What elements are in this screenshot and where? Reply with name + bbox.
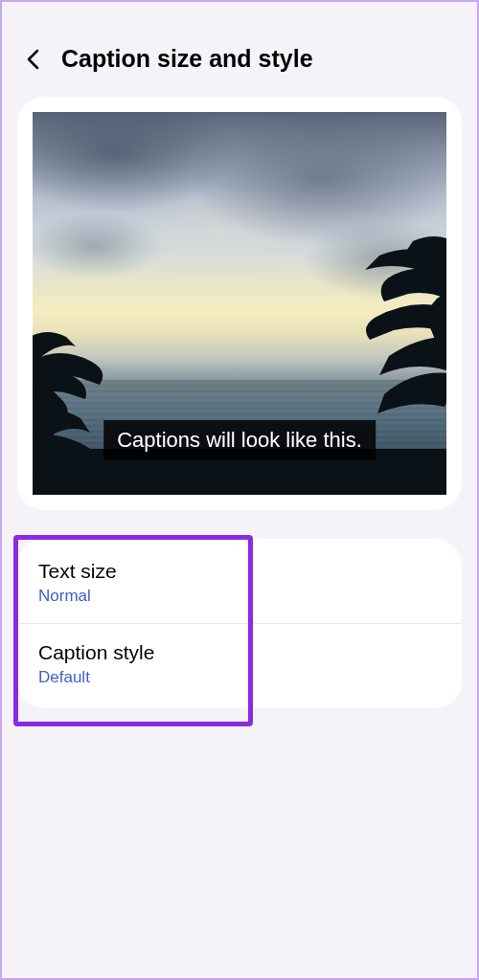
setting-label: Caption style <box>38 641 441 664</box>
setting-value: Normal <box>38 587 441 606</box>
text-size-setting[interactable]: Text size Normal <box>17 543 462 624</box>
setting-value: Default <box>38 668 441 687</box>
caption-preview-card: Captions will look like this. <box>17 97 462 510</box>
setting-label: Text size <box>38 560 441 583</box>
caption-style-setting[interactable]: Caption style Default <box>17 624 462 704</box>
back-button[interactable] <box>21 48 44 71</box>
header: Caption size and style <box>2 2 477 97</box>
page-title: Caption size and style <box>61 45 313 73</box>
caption-sample-text: Captions will look like this. <box>103 420 376 460</box>
preview-image: Captions will look like this. <box>33 112 446 495</box>
chevron-left-icon <box>26 49 39 70</box>
settings-list: Text size Normal Caption style Default <box>17 539 462 708</box>
